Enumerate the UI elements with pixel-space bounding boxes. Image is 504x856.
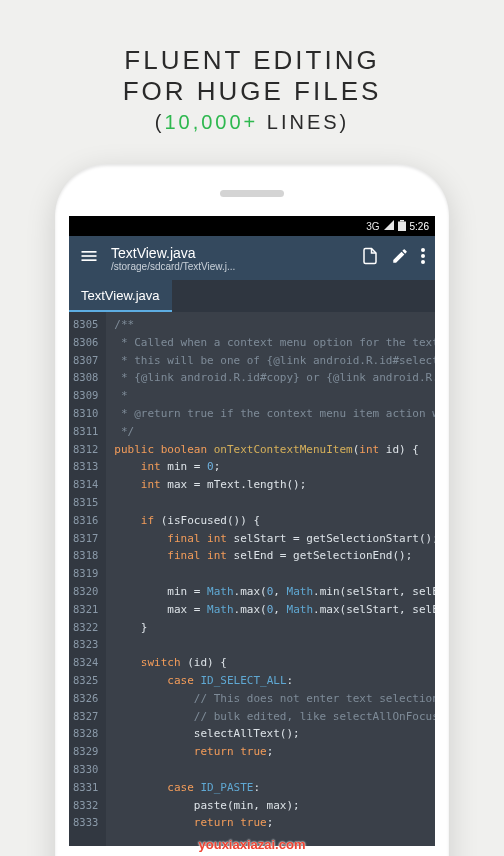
- network-label: 3G: [366, 221, 379, 232]
- promo-line3-prefix: (: [155, 111, 165, 133]
- tab-label: TextView.java: [81, 288, 160, 303]
- phone-speaker: [220, 190, 284, 197]
- svg-rect-0: [400, 220, 404, 222]
- edit-icon[interactable]: [391, 247, 409, 269]
- svg-rect-1: [398, 221, 406, 231]
- file-path: /storage/sdcard/TextView.j...: [111, 261, 349, 272]
- svg-rect-2: [82, 251, 97, 253]
- menu-icon[interactable]: [79, 246, 99, 270]
- title-block: TextView.java /storage/sdcard/TextView.j…: [111, 245, 349, 272]
- svg-point-5: [421, 248, 425, 252]
- status-bar: 3G 5:26: [69, 216, 435, 236]
- app-bar: TextView.java /storage/sdcard/TextView.j…: [69, 236, 435, 280]
- document-icon[interactable]: [361, 247, 379, 269]
- promo-line-1: FLUENT EDITING: [20, 45, 484, 76]
- svg-rect-3: [82, 255, 97, 257]
- code-editor[interactable]: 8305 8306 8307 8308 8309 8310 8311 8312 …: [69, 312, 435, 846]
- promo-line-3: (10,000+ LINES): [20, 111, 484, 134]
- overflow-menu-icon[interactable]: [421, 248, 425, 268]
- svg-point-6: [421, 254, 425, 258]
- promo-line3-accent: 10,000+: [164, 111, 258, 133]
- promo-line-2: FOR HUGE FILES: [20, 76, 484, 107]
- battery-icon: [398, 220, 406, 233]
- phone-screen: 3G 5:26 TextView.java /storage/sdcard/Te…: [69, 216, 435, 846]
- phone-frame: 3G 5:26 TextView.java /storage/sdcard/Te…: [55, 164, 449, 856]
- file-title: TextView.java: [111, 245, 349, 261]
- promo-line3-suffix: LINES): [258, 111, 349, 133]
- tab-file[interactable]: TextView.java: [69, 280, 172, 312]
- svg-point-7: [421, 260, 425, 264]
- promo-banner: FLUENT EDITING FOR HUGE FILES (10,000+ L…: [0, 0, 504, 164]
- svg-rect-4: [82, 259, 97, 261]
- clock: 5:26: [410, 221, 429, 232]
- signal-icon: [384, 220, 394, 232]
- line-number-gutter: 8305 8306 8307 8308 8309 8310 8311 8312 …: [69, 312, 106, 846]
- code-content[interactable]: /** * Called when a context menu option …: [106, 312, 435, 846]
